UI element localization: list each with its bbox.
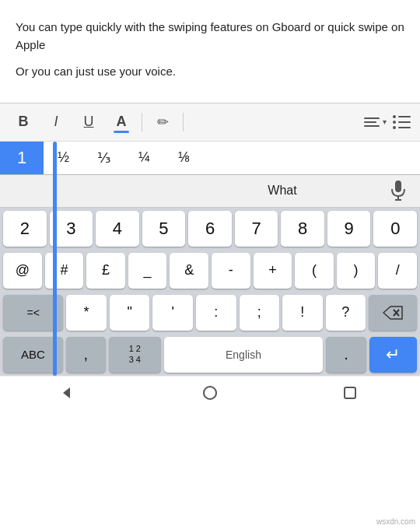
key-ampersand[interactable]: & — [170, 253, 208, 289]
key-semicolon[interactable]: ; — [240, 295, 280, 331]
key-0[interactable]: 0 — [373, 211, 417, 247]
fraction-quarter-key[interactable]: ¼ — [124, 142, 164, 173]
backspace-key[interactable] — [369, 295, 417, 331]
num-layout-key[interactable]: 1 23 4 — [109, 337, 161, 373]
list-dot-3 — [393, 126, 396, 129]
toolbar-separator-2 — [183, 113, 184, 131]
bold-button[interactable]: B — [9, 108, 37, 136]
suggestion-word[interactable]: What — [188, 176, 376, 205]
num-selected-key[interactable]: 1 — [0, 142, 44, 174]
key-equals-lt[interactable]: =< — [3, 295, 63, 331]
mic-icon — [390, 180, 406, 201]
key-colon[interactable]: : — [196, 295, 236, 331]
key-3[interactable]: 3 — [50, 211, 93, 247]
italic-button[interactable]: I — [42, 108, 70, 136]
svg-point-6 — [204, 387, 216, 399]
recent-icon — [344, 387, 356, 399]
list-dot-2 — [393, 121, 396, 124]
fraction-eighth-key[interactable]: ⅛ — [164, 142, 204, 173]
list-dot-1 — [393, 115, 396, 118]
home-button[interactable] — [187, 379, 233, 407]
key-8[interactable]: 8 — [281, 211, 324, 247]
key-minus[interactable]: - — [212, 253, 250, 289]
align-line-2 — [364, 121, 376, 123]
key-9[interactable]: 9 — [327, 211, 371, 247]
comma-key[interactable]: , — [66, 337, 106, 373]
fraction-third-key[interactable]: ⅓ — [83, 142, 124, 174]
key-question[interactable]: ? — [326, 295, 366, 331]
pencil-button[interactable]: ✏ — [149, 108, 177, 136]
key-5[interactable]: 5 — [142, 211, 186, 247]
list-button[interactable] — [393, 115, 411, 129]
period-key[interactable]: . — [326, 337, 366, 373]
enter-key[interactable]: ↵ — [369, 337, 417, 373]
symbol-row-1: @ # £ _ & - + ( ) / — [0, 250, 420, 292]
key-asterisk[interactable]: * — [66, 295, 107, 331]
home-icon — [203, 386, 217, 400]
svg-marker-5 — [63, 387, 70, 398]
underline-button[interactable]: U — [75, 108, 103, 136]
key-7[interactable]: 7 — [235, 211, 278, 247]
key-pound[interactable]: £ — [86, 253, 125, 289]
num-fractions: ½ ⅓ ¼ ⅛ — [44, 142, 204, 174]
color-button[interactable]: A — [107, 108, 135, 136]
key-6[interactable]: 6 — [188, 211, 232, 247]
spacebar-key[interactable]: English — [164, 337, 324, 373]
digit-row: 2 3 4 5 6 7 8 9 0 — [0, 208, 420, 250]
toolbar-right: ▾ — [364, 115, 411, 129]
list-row-1 — [393, 115, 411, 118]
key-4[interactable]: 4 — [96, 211, 139, 247]
back-icon — [63, 386, 77, 400]
nav-bar — [0, 376, 420, 410]
fraction-half-key[interactable]: ½ — [44, 142, 83, 173]
key-exclaim[interactable]: ! — [282, 295, 323, 331]
backspace-icon — [383, 306, 403, 320]
align-button[interactable]: ▾ — [364, 117, 387, 127]
paragraph-2: Or you can just use your voice. — [16, 63, 404, 81]
key-squote[interactable]: ' — [152, 295, 193, 331]
paragraph-1: You can type quickly with the swiping fe… — [16, 19, 404, 54]
align-line-1 — [364, 117, 380, 119]
key-dquote[interactable]: " — [110, 295, 150, 331]
keyboard: 1 ½ ⅓ ¼ ⅛ What 2 3 4 5 6 7 8 9 0 — [0, 142, 420, 376]
toolbar-separator — [142, 113, 142, 131]
list-line-1 — [398, 116, 411, 117]
back-button[interactable] — [47, 379, 93, 407]
key-at[interactable]: @ — [3, 253, 42, 289]
key-hash[interactable]: # — [45, 253, 84, 289]
key-lparen[interactable]: ( — [295, 253, 334, 289]
list-row-3 — [393, 126, 411, 129]
abc-key[interactable]: ABC — [3, 337, 63, 373]
bottom-row: ABC , 1 23 4 English . ↵ — [0, 334, 420, 376]
list-line-2 — [398, 121, 411, 123]
watermark: wsxdn.com — [376, 517, 415, 526]
list-row-2 — [393, 121, 411, 124]
align-line-3 — [364, 125, 380, 127]
key-underscore[interactable]: _ — [128, 253, 167, 289]
suggestion-bar: What — [0, 175, 420, 208]
align-chevron-icon: ▾ — [383, 117, 387, 126]
key-rparen[interactable]: ) — [337, 253, 376, 289]
symbol-row-2: =< * " ' : ; ! ? — [0, 292, 420, 334]
align-icon — [364, 117, 380, 127]
toolbar: B I U A ✏ ▾ — [0, 103, 420, 142]
text-area: You can type quickly with the swiping fe… — [0, 0, 420, 103]
key-plus[interactable]: + — [254, 253, 292, 289]
list-line-3 — [398, 127, 411, 128]
num-popup-row: 1 ½ ⅓ ¼ ⅛ — [0, 142, 420, 175]
svg-rect-0 — [395, 180, 401, 192]
svg-rect-7 — [345, 387, 355, 398]
key-slash[interactable]: / — [378, 253, 417, 289]
recent-button[interactable] — [327, 379, 373, 407]
mic-button[interactable] — [376, 180, 420, 201]
key-2[interactable]: 2 — [3, 211, 47, 247]
